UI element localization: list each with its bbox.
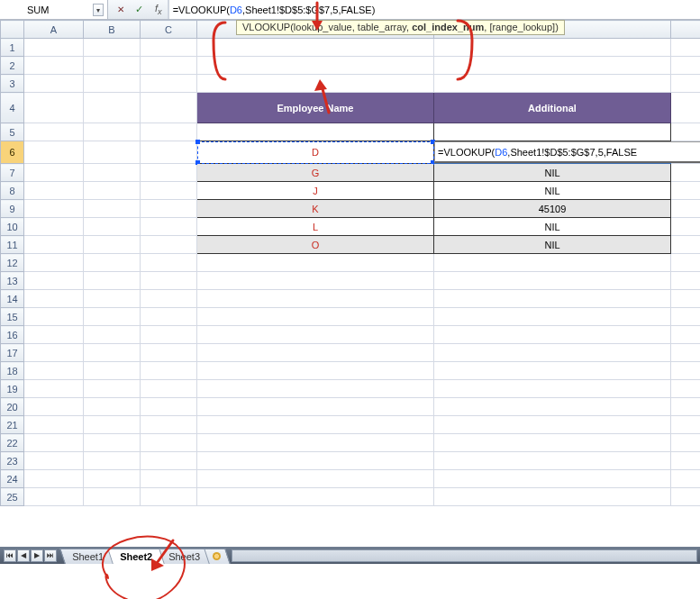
row-header[interactable]: 7 [1,164,24,182]
row-header[interactable]: 9 [1,200,24,218]
row-header[interactable]: 18 [1,362,24,380]
row-header[interactable]: 1 [1,39,24,57]
cell[interactable]: K [197,200,434,218]
formula-input[interactable]: =VLOOKUP(D6,Sheet1!$D$5:$G$7,5,FALSE) [168,0,700,19]
cell[interactable]: 45109 [434,200,671,218]
sheet-nav-buttons: ⏮ ◀ ▶ ⏭ [0,547,60,564]
name-box-value: SUM [27,5,49,15]
table-header-employee[interactable]: Employee Name [197,93,434,123]
cell-editor-text: =VLOOKUP(D6,Sheet1!$D$5:$G$7,5,FALSE [438,147,637,158]
cell-grid[interactable]: A B C D E F 1 2 3 4 Employee Name Additi… [0,20,700,506]
cell-D6[interactable]: D [197,141,434,164]
row-header[interactable]: 12 [1,254,24,272]
name-box[interactable]: SUM ▾ [0,0,108,19]
cell[interactable] [197,123,434,141]
row-header[interactable]: 25 [1,488,24,506]
enter-icon[interactable]: ✓ [132,3,146,17]
cancel-icon[interactable]: ✕ [114,3,128,17]
cell[interactable]: G [197,164,434,182]
name-box-dropdown-icon[interactable]: ▾ [93,4,104,16]
sheet-nav-last-icon[interactable]: ⏭ [44,549,57,562]
row-header[interactable]: 8 [1,182,24,200]
select-all-corner[interactable] [1,21,24,39]
sheet-nav-next-icon[interactable]: ▶ [31,549,43,562]
cell[interactable] [434,123,671,141]
sheet-tab-label: Sheet2 [120,551,152,562]
row-header[interactable]: 11 [1,236,24,254]
row-header[interactable]: 5 [1,123,24,141]
function-tooltip: VLOOKUP(lookup_value, table_array, col_i… [236,20,565,35]
formula-bar: SUM ▾ ✕ ✓ fx =VLOOKUP(D6,Sheet1!$D$5:$G$… [0,0,700,20]
sheet-tab-label: Sheet3 [168,551,200,562]
row-header[interactable]: 6 [1,141,24,164]
col-header-F[interactable]: F [671,21,701,39]
row-header[interactable]: 2 [1,57,24,75]
sheet-tabs: Sheet1 Sheet2 Sheet3 [62,547,224,564]
row-header[interactable]: 24 [1,470,24,488]
cell[interactable]: NIL [434,182,671,200]
cell[interactable]: O [197,236,434,254]
col-header-C[interactable]: C [141,21,197,39]
cell[interactable]: NIL [434,164,671,182]
row-header[interactable]: 4 [1,93,24,123]
cell[interactable]: L [197,218,434,236]
row-header[interactable]: 10 [1,218,24,236]
row-header[interactable]: 19 [1,380,24,398]
sheet-nav-prev-icon[interactable]: ◀ [17,549,30,562]
formula-text: =VLOOKUP(D6,Sheet1!$D$5:$G$7,5,FALSE) [173,5,376,15]
row-header[interactable]: 15 [1,308,24,326]
row-header[interactable]: 16 [1,326,24,344]
cell-editor[interactable]: =VLOOKUP(D6,Sheet1!$D$5:$G$7,5,FALSE [434,141,700,163]
row-header[interactable]: 14 [1,290,24,308]
cell-text: D [312,147,319,158]
horizontal-scrollbar[interactable] [232,549,697,562]
table-header-additional[interactable]: Additional [434,93,671,123]
worksheet-area[interactable]: A B C D E F 1 2 3 4 Employee Name Additi… [0,20,700,564]
formula-buttons: ✕ ✓ fx [108,0,168,19]
cell[interactable]: NIL [434,218,671,236]
row-header[interactable]: 23 [1,452,24,470]
row-header[interactable]: 21 [1,416,24,434]
row-header[interactable]: 13 [1,272,24,290]
sheet-tab-sheet2[interactable]: Sheet2 [107,549,165,564]
cell[interactable]: NIL [434,236,671,254]
fx-icon[interactable]: fx [155,3,162,16]
col-header-A[interactable]: A [24,21,84,39]
row-header[interactable]: 17 [1,344,24,362]
sheet-tab-bar: ⏮ ◀ ▶ ⏭ Sheet1 Sheet2 Sheet3 [0,547,700,564]
new-sheet-icon[interactable] [204,549,231,564]
cell-E6-editing[interactable]: =VLOOKUP(D6,Sheet1!$D$5:$G$7,5,FALSE [434,141,671,164]
col-header-B[interactable]: B [84,21,141,39]
row-header[interactable]: 20 [1,398,24,416]
sheet-nav-first-icon[interactable]: ⏮ [4,549,16,562]
row-header[interactable]: 22 [1,434,24,452]
sheet-tab-label: Sheet1 [72,551,104,562]
cell[interactable]: J [197,182,434,200]
row-header[interactable]: 3 [1,75,24,93]
